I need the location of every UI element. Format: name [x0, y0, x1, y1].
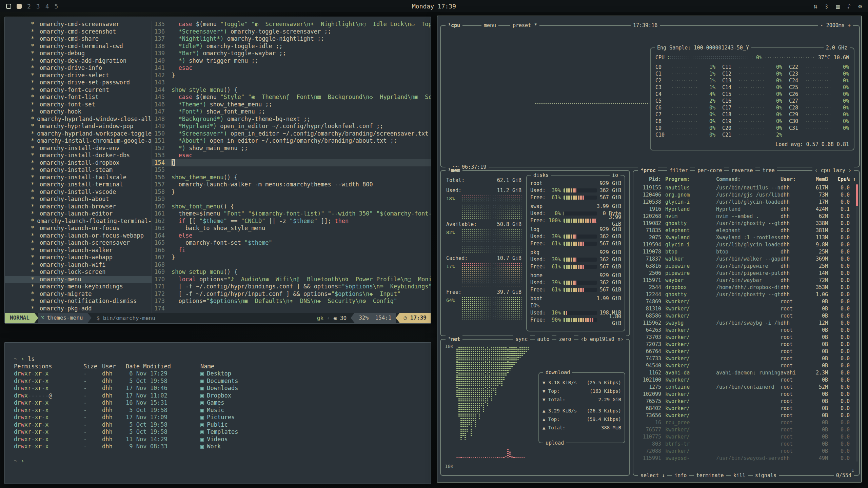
process-row[interactable]: 68586 kworker/ root 0B 0.0 — [637, 312, 856, 319]
code-line[interactable]: 149 *Hyprland*) open_in_editor ~/.config… — [152, 123, 431, 130]
code-line[interactable]: 173 options="$options\n▣ Defaults\n☂ DNS… — [152, 298, 431, 305]
code-line[interactable]: 145 case $(menu "Style" "◉ Theme\nƒ Font… — [152, 94, 431, 101]
code-line[interactable]: 164 else — [152, 232, 431, 240]
process-row[interactable]: 74733 kworker/ root 0B 0.0 — [637, 355, 856, 362]
process-row[interactable]: 115991 swayosd- /usr/bin/swayosd-server … — [637, 454, 856, 462]
code-line[interactable]: 158 } — [152, 188, 431, 196]
code-line[interactable]: 156 show_theme_menu() { — [152, 174, 431, 181]
file-tree-item[interactable]: * omarchy-launch-about — [5, 196, 152, 203]
sort-column-selector[interactable]: ‹ cpu lazy › — [812, 167, 854, 174]
file-tree-item[interactable]: * omarchy-lock-screen — [5, 268, 152, 276]
prompt-line[interactable]: ~ › — [14, 458, 422, 465]
mem-title[interactable]: ²mem — [446, 167, 462, 174]
file-tree-item[interactable]: * omarchy-cmd-screensaver — [5, 21, 152, 28]
process-row[interactable]: 71837 walker /usr/bin/walker --gappl dhh… — [637, 255, 856, 262]
net-title[interactable]: ³net — [446, 336, 462, 343]
process-row[interactable]: 1916 Hyprland Hyprland dhh 424M 0.1 — [637, 205, 856, 212]
file-tree-item[interactable]: * omarchy-launch-floating-terminal- — [5, 218, 152, 225]
code-line[interactable]: 161 theme=$(menu "Font" "$(omarchy-font-… — [152, 210, 431, 218]
process-row[interactable]: 76577 kworker/ root 0B 0.0 — [637, 426, 856, 433]
code-line[interactable]: 167 } — [152, 254, 431, 261]
process-row[interactable]: 1275 containe /usr/bin/containerd root 5… — [637, 383, 856, 390]
code-line[interactable]: 152 *) show_main_menu ;; — [152, 145, 431, 152]
file-tree-item[interactable]: * omarchy-debug — [5, 50, 152, 57]
code-line[interactable]: 166 fi — [152, 247, 431, 254]
code-line[interactable]: 136 *Screensaver*) omarchy-toggle-screen… — [152, 28, 431, 36]
file-tree-item[interactable]: * omarchy-pkg-add — [5, 305, 152, 312]
per-core-button[interactable]: per-core — [695, 167, 724, 174]
code-line[interactable]: 157 omarchy-launch-walker -m menus:omarc… — [152, 181, 431, 188]
file-tree-item[interactable]: * omarchy-font-list — [5, 94, 152, 101]
code-line[interactable]: 153 esac — [152, 152, 431, 159]
code-line[interactable]: 162 if [[ "$theme" == "CNCLD" || -z "$th… — [152, 218, 431, 225]
kill-button[interactable]: kill — [731, 472, 748, 479]
reverse-button[interactable]: reverse — [729, 167, 755, 174]
file-tree-item[interactable]: * omarchy-install-docker-dbs — [5, 152, 152, 159]
process-row[interactable]: 115971 waybar /usr/bin/waybar dhh 72M 0.… — [637, 277, 856, 284]
terminate-button[interactable]: terminate — [694, 472, 726, 479]
io-mode-button[interactable]: io — [610, 171, 620, 179]
bluetooth-icon[interactable]: ᛒ — [825, 3, 829, 10]
file-tree-item[interactable]: * omarchy-launch-webapp — [5, 254, 152, 261]
proc-title[interactable]: ⁴proc — [638, 167, 658, 174]
file-tree-item[interactable]: * omarchy-install-terminal — [5, 181, 152, 188]
file-tree-item[interactable]: * omarchy-launch-browser — [5, 203, 152, 210]
process-row[interactable]: 16 rcu_pree root 0B 0.0 — [637, 419, 856, 426]
code-line[interactable]: 170 local options="♪ Audio\n≋ Wifi\nᛒ Bl… — [152, 276, 431, 283]
process-row[interactable]: 72073 kworker/ root 0B 0.0 — [637, 341, 856, 348]
file-tree-item[interactable]: * omarchy-cmd-screenshot — [5, 28, 152, 36]
signals-button[interactable]: signals — [753, 472, 779, 479]
code-line[interactable]: 151 *About*) open_in_editor ~/.config/om… — [152, 137, 431, 145]
preset-button[interactable]: preset * — [510, 22, 539, 29]
code-line[interactable]: 135 case $(menu "Toggle" "◐ Screensaver\… — [152, 21, 431, 28]
process-row[interactable]: 102100 kworker/ root 0B 0.0 — [637, 376, 856, 383]
file-tree-item[interactable]: * omarchy-install-steam — [5, 166, 152, 174]
file-tree-item[interactable]: * omarchy-install-vscode — [5, 188, 152, 196]
process-row[interactable]: 119078 btop btop dhh 25M 0.0 — [637, 248, 856, 255]
process-row[interactable]: 803 btrfs-tr root 0B 0.0 — [637, 440, 856, 447]
file-tree-item[interactable]: * omarchy-launch-wifi — [5, 261, 152, 269]
file-tree-item[interactable]: * omarchy-menu — [5, 276, 152, 283]
file-tree-item[interactable]: * omarchy-migrate — [5, 290, 152, 298]
code-line[interactable]: 144 show_style_menu() { — [152, 86, 431, 94]
process-row[interactable]: 119082 ghostty /usr/bin/ghostty --gtk- d… — [637, 220, 856, 227]
code-line[interactable]: 150 *Screensaver*) open_in_editor ~/.con… — [152, 130, 431, 138]
process-row[interactable]: 110775 kworker/ root 0B 0.0 — [637, 433, 856, 440]
code-line[interactable]: 163 back_to show_style_menu — [152, 225, 431, 232]
process-row[interactable]: 120538 glycin-i /usr/lib/glycin-loaders … — [637, 198, 856, 205]
net-auto-button[interactable]: auto — [535, 336, 552, 343]
code-line[interactable]: 171 [ -f ~/.config/hypr/bindings.conf ] … — [152, 283, 431, 290]
file-tree-item[interactable]: * omarchy-drive-info — [5, 64, 152, 72]
code-line[interactable]: 165 omarchy-font-set "$theme" — [152, 239, 431, 247]
file-tree-item[interactable]: * omarchy-drive-set-password — [5, 79, 152, 86]
workspace-number[interactable]: 2 — [27, 3, 31, 10]
file-tree-item[interactable]: * omarchy-font-set — [5, 101, 152, 108]
file-tree-item[interactable]: * omarchy-drive-select — [5, 72, 152, 79]
tree-button[interactable]: tree — [760, 167, 777, 174]
code-line[interactable]: 147 *Font*) show_font_menu ;; — [152, 108, 431, 116]
process-row[interactable]: 76575 kworker/ root 0B 0.0 — [637, 398, 856, 405]
file-tree-item[interactable]: * omarchy-hook — [5, 108, 152, 116]
file-tree-item[interactable]: * omarchy-cmd-share — [5, 35, 152, 43]
file-tree-item[interactable]: * omarchy-notification-dismiss — [5, 298, 152, 305]
file-tree-item[interactable]: * omarchy-menu-keybindings — [5, 283, 152, 290]
update-interval-control[interactable]: - 2000ms + — [818, 22, 853, 29]
file-tree-item[interactable]: * omarchy-install-chromium-google-a — [5, 137, 152, 145]
code-line[interactable]: 138 *Idle*) omarchy-toggle-idle ;; — [152, 43, 431, 50]
code-line[interactable]: 160 show_font_menu() { — [152, 203, 431, 210]
process-row[interactable]: 2544 dropbox /home/dhh/.dropbox-dist dhh… — [637, 284, 856, 291]
workspace-number[interactable]: 3 — [36, 3, 40, 10]
file-tree-item[interactable]: * omarchy-install-tailscale — [5, 174, 152, 181]
power-icon[interactable]: ⊙ — [858, 3, 862, 10]
file-tree-item[interactable]: * omarchy-hyprland-window-close-all — [5, 116, 152, 123]
select-button[interactable]: select ↓ — [638, 472, 667, 479]
file-tree-item[interactable]: * omarchy-launch-or-focus-webapp — [5, 232, 152, 240]
network-updown-icon[interactable]: ⇅ — [814, 3, 817, 10]
net-zero-button[interactable]: zero — [556, 336, 573, 343]
scrollbar-thumb[interactable] — [856, 184, 858, 206]
code-line[interactable]: 143 — [152, 79, 431, 86]
file-tree-item[interactable]: * omarchy-font-current — [5, 86, 152, 94]
process-row[interactable]: 115962 swaybg /usr/bin/swaybg -i /hom dh… — [637, 319, 856, 326]
workspace-number[interactable]: 5 — [55, 3, 58, 10]
file-tree-item[interactable]: * omarchy-hyprland-window-pop — [5, 123, 152, 130]
